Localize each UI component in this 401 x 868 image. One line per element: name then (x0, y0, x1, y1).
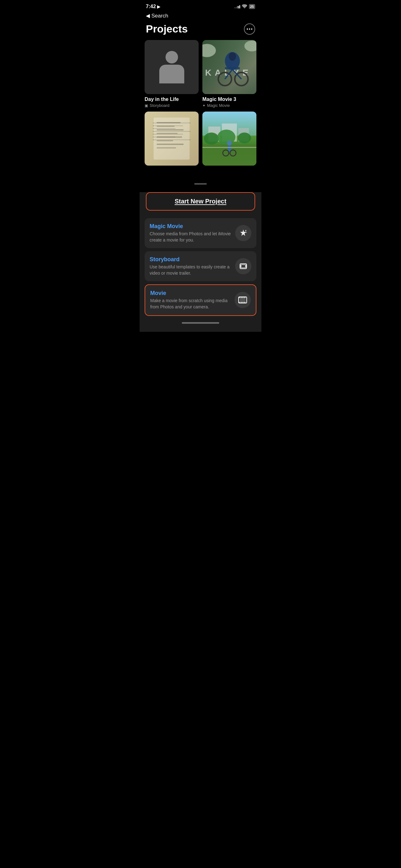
scroll-indicator (140, 179, 261, 187)
svg-rect-10 (157, 122, 180, 123)
svg-rect-16 (157, 144, 183, 145)
svg-point-26 (227, 141, 232, 145)
page-header: Projects (140, 22, 261, 40)
storyboard-icon-card (235, 258, 252, 274)
project-name-4: ··· (202, 168, 257, 174)
cyclist-image: K A L Y E (202, 40, 257, 94)
svg-rect-36 (239, 264, 241, 268)
project-item-outdoor[interactable]: ··· · (202, 112, 257, 179)
project-name-2: Magic Movie 3 (202, 97, 257, 102)
signal-bar-4 (239, 5, 240, 8)
svg-rect-9 (154, 118, 190, 160)
status-right: 25 (235, 4, 255, 9)
magic-movie-card[interactable]: Magic Movie Choose media from Photos and… (144, 218, 257, 248)
outdoor-image (202, 112, 257, 165)
project-thumbnail-2: K A L Y E (202, 40, 257, 94)
storyboard-title: Storyboard (149, 256, 231, 263)
svg-rect-2 (225, 67, 240, 70)
home-pill (182, 322, 219, 324)
page-title: Projects (146, 23, 188, 35)
status-time: 7:42 (146, 4, 156, 9)
location-icon: ▶ (157, 4, 160, 9)
svg-rect-40 (240, 297, 242, 298)
svg-rect-43 (239, 302, 240, 303)
magic-movie-desc: Choose media from Photos and let iMovie … (149, 231, 231, 243)
storyboard-card[interactable]: Storyboard Use beautiful templates to ea… (144, 251, 257, 281)
wifi-icon (242, 4, 247, 9)
project-type-1: ▣ Storyboard (144, 103, 199, 108)
svg-rect-45 (242, 302, 244, 303)
project-thumbnail-4 (202, 112, 257, 165)
magic-movie-title: Magic Movie (149, 223, 231, 230)
movie-desc: Make a movie from scratch using media fr… (150, 298, 231, 310)
storyboard-icon: ▣ (144, 103, 148, 108)
svg-point-24 (238, 132, 251, 144)
svg-rect-13 (157, 133, 177, 134)
movie-title: Movie (150, 290, 231, 297)
project-item-day-in-the-life[interactable]: Day in the Life ▣ Storyboard (144, 40, 199, 108)
start-new-label: Start New Project (175, 198, 226, 205)
movie-card[interactable]: Movie Make a movie from scratch using me… (144, 284, 257, 316)
silhouette-body (159, 65, 184, 84)
svg-rect-42 (244, 297, 245, 298)
project-name-1: Day in the Life (144, 97, 199, 102)
svg-point-33 (246, 232, 247, 233)
project-type-2: ✦ Magic Movie (202, 103, 257, 108)
project-thumbnail-3 (144, 112, 199, 165)
start-new-project-button[interactable]: Start New Project (146, 192, 255, 211)
back-nav[interactable]: ◀ Search (140, 11, 261, 22)
svg-rect-14 (157, 136, 182, 138)
magic-movie-icon (235, 225, 252, 241)
svg-rect-30 (202, 147, 257, 148)
svg-rect-17 (157, 147, 176, 148)
svg-rect-15 (157, 140, 173, 141)
svg-point-8 (244, 41, 257, 52)
signal-bar-2 (236, 6, 237, 8)
signal-bar-3 (238, 6, 239, 8)
project-item-receipt[interactable]: ··· · (144, 112, 199, 179)
svg-point-32 (245, 230, 246, 231)
svg-rect-47 (240, 298, 245, 302)
silhouette-bg (144, 40, 199, 94)
svg-point-22 (204, 132, 219, 144)
svg-rect-12 (157, 129, 183, 131)
receipt-image (144, 112, 199, 165)
svg-line-6 (232, 69, 241, 79)
status-bar: 7:42 ▶ 25 (140, 0, 261, 11)
projects-grid: Day in the Life ▣ Storyboard K A L Y E (140, 40, 261, 179)
svg-rect-35 (241, 265, 245, 268)
status-left: 7:42 ▶ (146, 4, 160, 9)
signal-bar-1 (235, 7, 235, 8)
bottom-sheet: Start New Project Magic Movie Choose med… (140, 192, 261, 332)
svg-rect-41 (242, 297, 244, 298)
silhouette-head (166, 51, 178, 63)
project-thumbnail-1 (144, 40, 199, 94)
more-dots-icon (247, 28, 252, 30)
storyboard-desc: Use beautiful templates to easily create… (149, 264, 231, 276)
project-type-cards: Magic Movie Choose media from Photos and… (140, 216, 261, 318)
svg-rect-39 (239, 297, 240, 298)
svg-rect-11 (157, 126, 175, 127)
svg-point-23 (218, 130, 235, 145)
more-button[interactable] (244, 24, 255, 35)
battery-indicator: 25 (249, 4, 255, 9)
movie-icon-card (235, 292, 251, 308)
svg-point-1 (229, 52, 236, 61)
project-name-3: ··· (144, 168, 199, 174)
magic-icon: ✦ (202, 103, 205, 108)
home-indicator (140, 318, 261, 326)
signal-bars (235, 5, 240, 8)
svg-point-7 (202, 44, 216, 57)
svg-rect-27 (228, 146, 231, 152)
project-item-magic-movie-3[interactable]: K A L Y E Magic Movie 3 ✦ Magic Movie (202, 40, 257, 108)
scroll-pill (194, 183, 207, 185)
svg-rect-44 (240, 302, 242, 303)
svg-rect-37 (246, 264, 247, 268)
svg-rect-46 (244, 302, 245, 303)
